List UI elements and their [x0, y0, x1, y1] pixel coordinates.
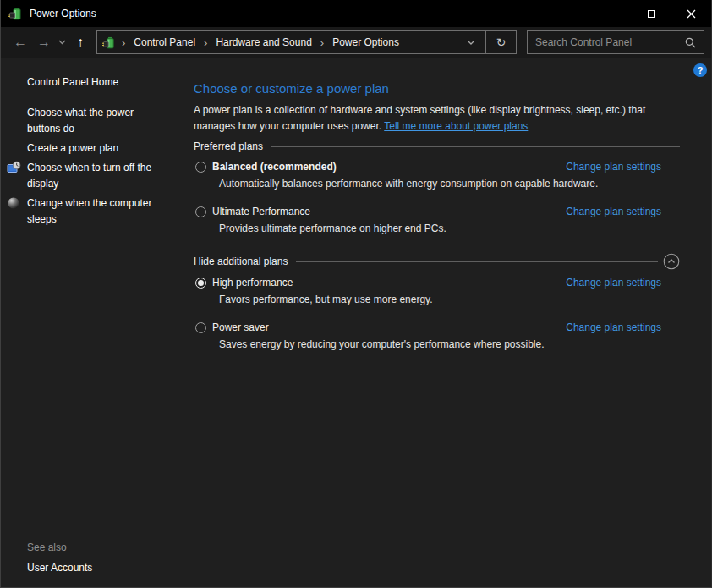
up-icon: ↑ [77, 35, 84, 50]
intro-link-more-about-power-plans[interactable]: Tell me more about power plans [384, 120, 528, 132]
refresh-button[interactable]: ↻ [486, 31, 516, 53]
power-plan-balanced: Balanced (recommended) Change plan setti… [194, 161, 680, 190]
navigation-bar: ← → ↑ › Control Panel › Hardwar [1, 27, 711, 58]
sidebar-item-create-power-plan[interactable]: Create a power plan [27, 140, 164, 157]
minimize-button[interactable] [592, 0, 632, 27]
caption-buttons [592, 0, 711, 27]
chevron-right-icon[interactable]: › [118, 36, 129, 49]
help-button[interactable]: ? [693, 63, 707, 77]
chevron-right-icon[interactable]: › [316, 36, 328, 49]
power-plan-ultimate-performance: Ultimate Performance Change plan setting… [194, 206, 680, 234]
forward-icon: → [37, 35, 51, 50]
hide-additional-plans-header: Hide additional plans [194, 253, 680, 270]
preferred-plans-header: Preferred plans [194, 140, 680, 152]
change-plan-settings-link-high-performance[interactable]: Change plan settings [566, 277, 661, 289]
chevron-down-icon [467, 40, 475, 45]
collapse-section-button[interactable] [663, 253, 680, 270]
forward-button[interactable]: → [33, 35, 55, 50]
intro-text: A power plan is a collection of hardware… [194, 102, 680, 135]
address-history-dropdown[interactable] [457, 40, 485, 45]
recent-pages-dropdown[interactable] [55, 40, 68, 45]
power-plan-high-performance: High performance Change plan settings Fa… [194, 277, 680, 305]
sidebar-item-computer-sleeps[interactable]: Change when the computer sleeps [27, 195, 164, 228]
search-input[interactable] [528, 36, 685, 48]
plan-description: Favors performance, but may use more ene… [219, 294, 680, 305]
main-content: ? Choose or customize a power plan A pow… [185, 58, 711, 587]
section-label: Preferred plans [194, 140, 263, 152]
sidebar-item-label: Choose when to turn off the display [27, 162, 151, 190]
change-plan-settings-link-ultimate[interactable]: Change plan settings [566, 206, 661, 217]
change-plan-settings-link-power-saver[interactable]: Change plan settings [566, 321, 661, 333]
sidebar-item-turn-off-display[interactable]: Choose when to turn off the display [27, 160, 164, 192]
help-icon: ? [698, 65, 704, 75]
back-button[interactable]: ← [8, 35, 33, 50]
page-title: Choose or customize a power plan [194, 81, 680, 96]
address-bar[interactable]: › Control Panel › Hardware and Sound › P… [96, 30, 517, 54]
power-plan-power-saver: Power saver Change plan settings Saves e… [194, 321, 680, 350]
radio-balanced[interactable] [195, 162, 206, 173]
minimize-icon [608, 14, 616, 14]
refresh-icon: ↻ [496, 36, 507, 49]
chevron-up-circle-icon [663, 253, 680, 270]
see-also-section: See also User Accounts [27, 541, 92, 574]
power-options-window: Power Options ← → ↑ [0, 0, 712, 588]
power-options-battery-icon [8, 7, 23, 20]
window-body: Control Panel Home Choose what the power… [1, 58, 711, 587]
radio-power-saver[interactable] [195, 322, 206, 333]
plan-name[interactable]: Balanced (recommended) [212, 161, 337, 173]
maximize-button[interactable] [632, 0, 671, 27]
plan-name[interactable]: High performance [212, 277, 293, 289]
chevron-right-icon[interactable]: › [200, 36, 211, 49]
plan-description: Saves energy by reducing your computer's… [219, 338, 680, 350]
breadcrumb-item-control-panel[interactable]: Control Panel [129, 36, 200, 48]
close-icon [687, 9, 696, 19]
plan-name[interactable]: Power saver [212, 321, 269, 333]
sidebar-item-power-buttons[interactable]: Choose what the power buttons do [27, 105, 164, 137]
sidebar-item-label: Change when the computer sleeps [27, 197, 151, 225]
sidebar: Control Panel Home Choose what the power… [1, 58, 185, 587]
maximize-icon [648, 10, 655, 18]
back-icon: ← [14, 35, 27, 50]
section-divider [271, 146, 680, 147]
breadcrumb-item-power-options[interactable]: Power Options [328, 36, 403, 48]
search-box[interactable] [527, 30, 704, 54]
sidebar-item-control-panel-home[interactable]: Control Panel Home [27, 74, 164, 91]
section-label[interactable]: Hide additional plans [194, 256, 288, 267]
window-title: Power Options [30, 8, 96, 19]
radio-high-performance[interactable] [195, 278, 206, 289]
breadcrumb-item-hardware-and-sound[interactable]: Hardware and Sound [211, 36, 315, 48]
see-also-link-user-accounts[interactable]: User Accounts [27, 562, 92, 574]
sleep-icon [7, 196, 20, 210]
see-also-heading: See also [27, 541, 92, 553]
plan-name[interactable]: Ultimate Performance [212, 206, 310, 217]
plan-description: Automatically balances performance with … [219, 178, 680, 190]
close-button[interactable] [671, 0, 711, 27]
plan-description: Provides ultimate performance on higher … [219, 223, 680, 234]
section-divider [296, 261, 658, 262]
address-battery-icon [102, 36, 116, 49]
change-plan-settings-link-balanced[interactable]: Change plan settings [566, 161, 661, 173]
radio-ultimate-performance[interactable] [195, 206, 206, 217]
search-icon[interactable] [685, 37, 696, 48]
chevron-down-icon [58, 40, 66, 45]
display-clock-icon [7, 161, 21, 175]
up-button[interactable]: ↑ [68, 35, 92, 50]
titlebar: Power Options [1, 0, 711, 27]
